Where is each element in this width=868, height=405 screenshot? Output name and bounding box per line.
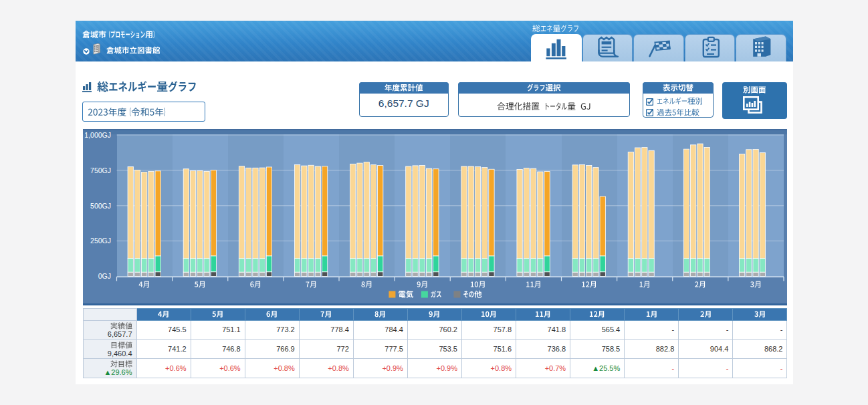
svg-text:0GJ: 0GJ [98,272,110,280]
svg-text:250GJ: 250GJ [90,237,111,245]
svg-text:750GJ: 750GJ [90,166,111,174]
svg-text:500GJ: 500GJ [90,202,111,210]
svg-text:1,000GJ: 1,000GJ [84,131,111,139]
